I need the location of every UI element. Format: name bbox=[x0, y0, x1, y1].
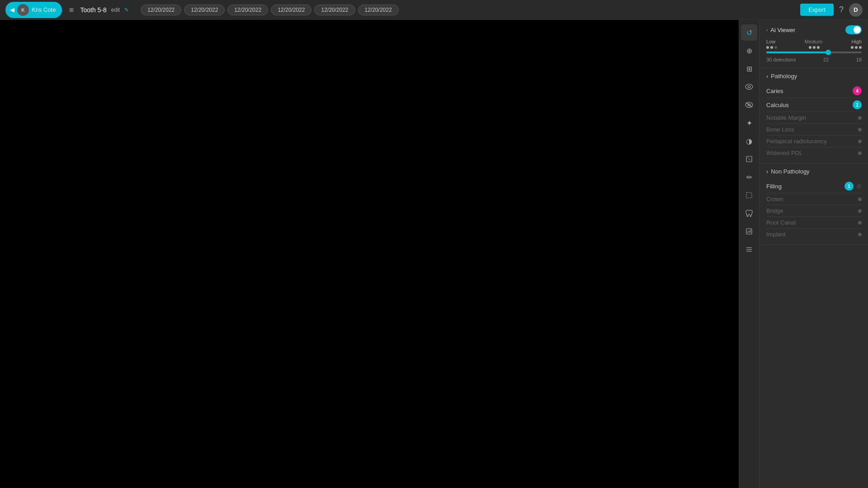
topbar-right: Export ? D bbox=[800, 3, 863, 17]
date-tab-1[interactable]: 12/20/2022 bbox=[141, 5, 181, 15]
edit-icon[interactable]: ✎ bbox=[124, 7, 129, 13]
notable-margin-label: Notable Margin bbox=[766, 114, 806, 121]
detections-label: 30 detections bbox=[766, 57, 796, 62]
calculus-item[interactable]: Calculus 1 bbox=[766, 98, 862, 112]
dot bbox=[809, 46, 811, 49]
high-confidence-label: High bbox=[851, 39, 862, 44]
non-pathology-title[interactable]: › Non Pathology bbox=[766, 168, 862, 175]
pathology-chevron: › bbox=[766, 73, 768, 80]
confidence-slider-track bbox=[766, 52, 862, 53]
dot bbox=[813, 46, 816, 49]
ai-viewer-title-group: › Ai Viewer bbox=[766, 27, 795, 33]
eye-slash-tool[interactable] bbox=[741, 97, 757, 113]
main-area: ↺ ⊕ ⊞ ✦ ◑ ✏ bbox=[0, 20, 868, 488]
caries-item[interactable]: Caries 4 bbox=[766, 84, 862, 98]
crown-label: Crown bbox=[766, 196, 783, 202]
filling-slash-icon[interactable]: ⊘ bbox=[856, 183, 862, 190]
low-dots bbox=[766, 46, 777, 49]
ai-viewer-title: Ai Viewer bbox=[770, 27, 795, 33]
bone-loss-label: Bone Loss bbox=[766, 126, 794, 133]
implant-label: Implant bbox=[766, 231, 786, 238]
date-tab-5[interactable]: 12/20/2022 bbox=[314, 5, 355, 15]
brightness-tool[interactable]: ✦ bbox=[741, 115, 757, 131]
back-button[interactable]: ◀ K Kris Cote bbox=[5, 2, 62, 18]
pencil-tool[interactable]: ✏ bbox=[741, 169, 757, 185]
bone-loss-item[interactable]: Bone Loss bbox=[766, 124, 862, 136]
svg-line-4 bbox=[748, 158, 750, 160]
filling-label: Filling bbox=[766, 183, 782, 190]
widened-pdl-label: Widened PDL bbox=[766, 150, 802, 156]
crop-tool[interactable] bbox=[741, 151, 757, 167]
non-pathology-chevron: › bbox=[766, 168, 768, 175]
user-avatar-small: K bbox=[17, 4, 29, 16]
root-canal-item[interactable]: Root Canal bbox=[766, 217, 862, 229]
widened-pdl-item[interactable]: Widened PDL bbox=[766, 147, 862, 159]
tool-sidebar: ↺ ⊕ ⊞ ✦ ◑ ✏ bbox=[739, 20, 760, 488]
widened-pdl-dot bbox=[858, 151, 862, 155]
dot bbox=[770, 46, 773, 49]
ai-viewer-toggle[interactable] bbox=[845, 25, 862, 34]
date-tab-4[interactable]: 12/20/2022 bbox=[271, 5, 311, 15]
root-canal-label: Root Canal bbox=[766, 219, 796, 226]
refresh-tool[interactable]: ↺ bbox=[741, 24, 757, 41]
crown-item[interactable]: Crown bbox=[766, 193, 862, 205]
detections-row: 30 detections 22 18 bbox=[766, 57, 862, 62]
svg-point-0 bbox=[748, 86, 750, 88]
low-confidence-label: Low bbox=[766, 39, 775, 44]
pathology-title[interactable]: › Pathology bbox=[766, 73, 862, 80]
list-tool[interactable] bbox=[741, 241, 757, 258]
notable-margin-item[interactable]: Notable Margin bbox=[766, 112, 862, 124]
implant-item[interactable]: Implant bbox=[766, 229, 862, 240]
notable-margin-dot bbox=[858, 116, 862, 120]
pathology-label: Pathology bbox=[771, 73, 797, 80]
rect-select-tool[interactable] bbox=[741, 187, 757, 203]
export-button[interactable]: Export bbox=[800, 4, 834, 16]
caries-label: Caries bbox=[766, 88, 783, 94]
right-panel: › Ai Viewer Low Medium High bbox=[760, 20, 868, 488]
eye-tool[interactable] bbox=[741, 79, 757, 95]
periapical-label: Periapical radiolucency bbox=[766, 138, 827, 145]
medium-confidence-label: Medium bbox=[805, 39, 822, 44]
ai-viewer-header: › Ai Viewer bbox=[766, 25, 862, 34]
caries-badge: 4 bbox=[853, 86, 862, 95]
dot bbox=[859, 46, 862, 49]
slider-fill bbox=[766, 52, 828, 53]
non-pathology-label: Non Pathology bbox=[771, 168, 809, 175]
bridge-dot bbox=[858, 209, 862, 213]
periapical-dot bbox=[858, 140, 862, 143]
implant-dot bbox=[858, 233, 862, 236]
image-area[interactable] bbox=[0, 20, 739, 488]
calculus-badge: 1 bbox=[853, 100, 862, 109]
bridge-item[interactable]: Bridge bbox=[766, 205, 862, 217]
confidence-slider-thumb[interactable] bbox=[826, 50, 831, 55]
filling-item[interactable]: Filling 1 ⊘ bbox=[766, 179, 862, 193]
date-tabs: 12/20/2022 12/20/2022 12/20/2022 12/20/2… bbox=[141, 5, 398, 15]
edit-label: edit bbox=[111, 7, 120, 13]
dot bbox=[766, 46, 769, 49]
detections-medium: 22 bbox=[823, 57, 829, 62]
contrast-tool[interactable]: ◑ bbox=[741, 133, 757, 149]
date-tab-3[interactable]: 12/20/2022 bbox=[227, 5, 268, 15]
crown-dot bbox=[858, 197, 862, 201]
tooth-tool[interactable] bbox=[741, 205, 757, 221]
dot bbox=[817, 46, 820, 49]
dot bbox=[774, 46, 777, 49]
high-dots bbox=[851, 46, 862, 49]
detections-high: 18 bbox=[856, 57, 862, 62]
back-arrow-icon: ◀ bbox=[10, 6, 14, 13]
tooth-label: Tooth 5-8 bbox=[80, 6, 106, 14]
filling-right: 1 ⊘ bbox=[844, 182, 862, 191]
date-tab-6[interactable]: 12/20/2022 bbox=[358, 5, 399, 15]
username-label: Kris Cote bbox=[32, 6, 56, 13]
chart-tool[interactable] bbox=[741, 223, 757, 239]
grid-icon: ⊞ bbox=[69, 7, 74, 13]
topbar: ◀ K Kris Cote ⊞ Tooth 5-8 edit ✎ 12/20/2… bbox=[0, 0, 868, 20]
periapical-item[interactable]: Periapical radiolucency bbox=[766, 136, 862, 147]
help-icon[interactable]: ? bbox=[839, 5, 844, 14]
date-tab-2[interactable]: 12/20/2022 bbox=[184, 5, 225, 15]
user-avatar[interactable]: D bbox=[849, 3, 863, 17]
ai-chevron-icon: › bbox=[766, 28, 768, 33]
zoom-tool[interactable]: ⊕ bbox=[741, 42, 757, 59]
svg-rect-5 bbox=[746, 192, 752, 198]
fit-tool[interactable]: ⊞ bbox=[741, 61, 757, 77]
